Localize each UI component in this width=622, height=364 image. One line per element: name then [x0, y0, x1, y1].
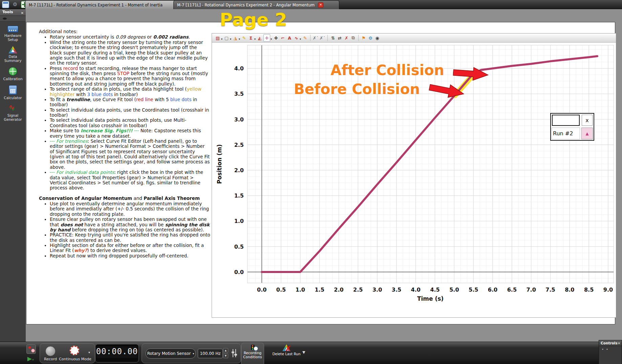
x-tick-label: 3.5 — [392, 287, 401, 293]
calibration-icon — [8, 67, 17, 76]
playback-mini-button[interactable]: ▶+ — [26, 355, 35, 363]
run-close-button[interactable]: x — [582, 115, 593, 126]
plot-selector-icon[interactable]: ▨ — [215, 35, 221, 41]
x-tick-label: 1.0 — [296, 287, 305, 293]
x-tick-label: 6.0 — [488, 287, 497, 293]
note-bullet: Wind the string onto the rotary sensor b… — [50, 40, 210, 66]
remove-plot-icon[interactable]: ✗ — [343, 35, 349, 41]
toolbar-separator — [327, 35, 328, 41]
layers-icon[interactable]: ⧉ — [350, 35, 356, 41]
x-tick-label: 9.0 — [603, 287, 613, 293]
annotation-icon[interactable]: A — [286, 35, 293, 41]
display-style-icon[interactable]: ▢ — [223, 35, 230, 41]
record-mode-mini-button[interactable] — [26, 344, 36, 354]
note-bullet: Rotary sensor uncertainty is 0.09 degree… — [50, 35, 210, 40]
delete-last-run-button[interactable]: ✗ Delete Last Run — [269, 343, 304, 364]
rescale-x-icon[interactable]: ⇅ — [330, 35, 336, 41]
pink-dot-icon — [31, 349, 35, 352]
notes-heading: Additional notes: — [39, 29, 210, 34]
calculator-icon — [9, 85, 17, 95]
sidebar-item-calibration[interactable]: Calibration — [0, 67, 26, 81]
rate-up-icon[interactable]: ▲ — [223, 348, 228, 353]
run-value-input[interactable] — [552, 115, 580, 126]
x-tick-label: 6.5 — [507, 287, 517, 293]
continuous-mode-icon[interactable] — [70, 346, 79, 355]
statistics-icon[interactable]: Σ — [248, 35, 254, 41]
coordinates-tool-icon[interactable]: ✛ — [263, 34, 270, 42]
dropdown-caret-icon[interactable]: ▾ — [271, 38, 272, 41]
sidebar-item-calculator[interactable]: Calculator — [0, 85, 26, 100]
before-collision-annotation: Before Collision — [294, 81, 420, 97]
tab-close-icon[interactable]: ✕ — [318, 2, 323, 8]
sensor-dropdown-label: Rotary Motion Sensor — [147, 351, 191, 356]
pin-icon[interactable]: ⚑ — [361, 35, 367, 41]
x-axis-label[interactable]: Time (s) — [417, 295, 444, 302]
note-bullet: PRACTICE: Keep trying until you're satis… — [50, 232, 210, 243]
run-color-button[interactable]: ▲ — [581, 128, 593, 139]
after-collision-arrow-icon — [453, 65, 490, 82]
tools-close-icon[interactable]: ✕ — [21, 10, 24, 17]
note-bullet: To select range of data in plots, use th… — [50, 87, 210, 97]
prune-data-2-icon[interactable]: ✗˙ — [319, 35, 325, 41]
visibility-eye-icon[interactable]: ◉ — [374, 35, 380, 41]
graph-display: ▨▾▢▾◮▾✎Σ▾◭✛▾✥⌐A∿▾✎✗˙✗˙⇅⇄✗⧉⚑⚙◉ Position (… — [212, 33, 616, 318]
sidebar-item-label: Hardware Setup — [0, 33, 26, 42]
page-2-banner: Page 2 — [220, 9, 287, 30]
dropdown-caret-icon[interactable]: ▾ — [300, 38, 301, 41]
highlight-range-icon[interactable]: ✎ — [241, 35, 247, 41]
pan-tool-icon[interactable]: ✥ — [273, 35, 279, 41]
sidebar-item-data-summary[interactable]: Data Summary — [0, 46, 26, 63]
y-tick-label: 2.0 — [234, 167, 244, 174]
eye-icon — [3, 18, 7, 20]
delete-run-caret-icon[interactable]: ▼ — [302, 350, 305, 355]
rescale-y-icon[interactable]: ⇄ — [337, 35, 343, 41]
notes-list-2: Use plot to eventually determine angular… — [39, 201, 210, 258]
sidebar-item-signal-generator[interactable]: ∿∿Signal Generator — [0, 104, 26, 121]
x-tick-label: 5.0 — [449, 287, 459, 293]
sidebar-item-hardware-setup[interactable]: Hardware Setup — [0, 26, 26, 42]
scale-to-fit-icon[interactable]: ◭ — [257, 35, 263, 41]
x-tick-label: 0.5 — [276, 287, 286, 293]
y-axis-label[interactable]: Position (m) — [216, 144, 223, 184]
prune-data-icon[interactable]: ✗˙ — [313, 35, 319, 41]
multi-coordinates-icon[interactable]: ∿ — [293, 35, 299, 41]
mode-dropdown-caret-icon[interactable]: ▾ — [88, 350, 90, 354]
recording-conditions-button[interactable]: Recording Conditions — [241, 343, 264, 364]
controls-close-icon[interactable]: ✕ — [618, 341, 620, 346]
tools-collapse-row[interactable] — [0, 16, 26, 22]
x-tick-label: 7.0 — [526, 287, 536, 293]
data-summary-icon[interactable]: ◮ — [232, 35, 238, 41]
tab-2-label: M-7 [1171L] - Rotational Dynamics Experi… — [177, 3, 315, 7]
tools-panel-header: Tools ✕ — [0, 9, 26, 16]
sensor-caret-icon: ▾ — [193, 352, 194, 355]
sample-rate-field[interactable]: 100.00 Hz — [198, 349, 223, 358]
new-file-icon[interactable] — [2, 1, 9, 8]
record-button[interactable] — [45, 346, 56, 356]
note-bullet: Highlight section of data for either bef… — [50, 243, 210, 253]
tab-experiment-1[interactable]: M-7 [1171L] - Rotational Dynamics Experi… — [25, 0, 176, 9]
run-label[interactable]: Run #2 — [552, 128, 580, 139]
after-collision-annotation: After Collision — [330, 62, 444, 78]
note-bullet: Use plot to eventually determine angular… — [50, 201, 210, 217]
capstone-window: ⚙ M-7 [1171L] - Rotational Dynamics Expe… — [0, 0, 622, 364]
dropdown-caret-icon[interactable]: ▾ — [221, 38, 222, 41]
dropdown-caret-icon[interactable]: ▾ — [239, 38, 240, 41]
note-bullet: To fit a trendline, use Curve Fit tool (… — [50, 97, 210, 108]
timer-value: 00:00.00 — [95, 347, 138, 356]
dropdown-caret-icon[interactable]: ▾ — [254, 38, 256, 41]
sample-rate-slider-icon[interactable] — [231, 348, 238, 358]
axis-tool-icon[interactable]: ⌐ — [280, 35, 286, 41]
slope-tool-icon[interactable]: ✎ — [302, 35, 308, 41]
controls-grip-dots: • • — [599, 346, 622, 351]
tab-experiment-2[interactable]: M-7 [1171L] - Rotational Dynamics Experi… — [173, 0, 339, 9]
controls-panel-title: Controls — [601, 341, 618, 345]
settings-gear-icon[interactable]: ⚙ — [367, 35, 373, 41]
rate-down-icon[interactable]: ▼ — [223, 354, 228, 358]
sidebar-item-label: Signal Generator — [0, 113, 26, 121]
sensor-dropdown[interactable]: Rotary Motion Sensor ▾ — [146, 348, 196, 359]
y-tick-label: 0.5 — [234, 243, 244, 250]
notes-text-panel[interactable]: Additional notes: Rotary sensor uncertai… — [39, 29, 210, 258]
dropdown-caret-icon[interactable]: ▾ — [230, 38, 231, 41]
app-gear-icon[interactable]: ⚙ — [12, 1, 18, 7]
y-tick-label: 0.0 — [234, 269, 244, 275]
